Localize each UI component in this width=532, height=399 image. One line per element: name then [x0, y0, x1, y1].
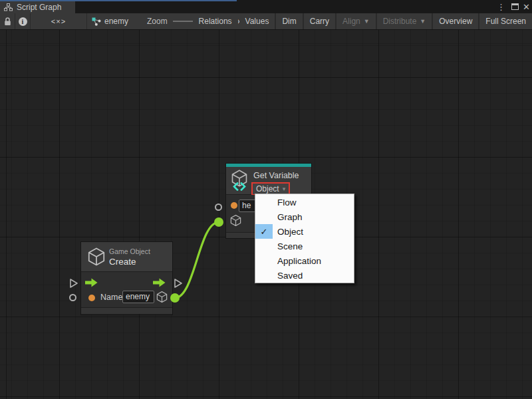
menu-item-saved[interactable]: Saved: [255, 268, 354, 283]
lock-button[interactable]: [0, 13, 15, 29]
flow-in-arrow-icon[interactable]: [85, 278, 98, 287]
full-screen-button[interactable]: Full Screen: [479, 13, 532, 29]
menu-item-scene[interactable]: Scene: [255, 239, 354, 253]
menu-item-flow[interactable]: Flow: [255, 195, 354, 209]
string-port-dot[interactable]: [231, 202, 237, 209]
tab-script-graph[interactable]: Script Graph: [0, 1, 75, 13]
check-cell: [255, 209, 273, 224]
zoom-label: Zoom: [147, 17, 168, 26]
name-port-label: Name: [100, 293, 122, 302]
code-icon: <×>: [51, 17, 66, 25]
cube-icon[interactable]: [156, 291, 168, 303]
check-cell: [255, 253, 273, 268]
align-button[interactable]: Align ▼: [336, 13, 376, 29]
info-icon: i: [19, 17, 27, 26]
dim-button[interactable]: Dim: [276, 13, 302, 29]
breadcrumb-graph-name[interactable]: enemy: [104, 17, 128, 26]
node-category: Game Object: [109, 247, 150, 255]
string-port-dot[interactable]: [88, 295, 95, 301]
cube-icon: [86, 247, 106, 267]
check-cell: [255, 195, 273, 209]
name-value-input[interactable]: enemy: [122, 291, 154, 303]
tab-title: Script Graph: [17, 3, 61, 12]
window-close-button[interactable]: ✕: [523, 0, 530, 13]
maximize-icon: [511, 3, 519, 10]
node-title: Get Variable: [253, 171, 299, 180]
chevron-down-icon: ▼: [420, 18, 426, 25]
lock-icon: [4, 17, 11, 26]
overview-button[interactable]: Overview: [433, 13, 478, 29]
relations-button[interactable]: Relations: [193, 13, 238, 29]
graph-toolbar: i <×> enemy Zoom 1x: [0, 13, 532, 30]
tab-strip: Script Graph ⋮ ✕: [0, 0, 532, 13]
menu-item-object[interactable]: ✓ Object: [255, 224, 354, 239]
variable-scope-menu: Flow Graph ✓ Object Scene Application Sa…: [255, 194, 354, 283]
create-game-object-node[interactable]: Game Object Create Name enemy: [80, 241, 173, 315]
menu-item-application[interactable]: Application: [255, 253, 354, 268]
window-menu-button[interactable]: ⋮: [497, 0, 505, 13]
carry-button[interactable]: Carry: [304, 13, 335, 29]
check-cell: [255, 239, 273, 253]
graph-tab-icon: [4, 3, 13, 11]
flow-out-arrow-icon[interactable]: [153, 278, 166, 287]
menu-item-graph[interactable]: Graph: [255, 209, 354, 224]
node-title: Create: [109, 257, 136, 267]
chevron-down-icon: ▾: [283, 186, 286, 192]
code-preview-button[interactable]: <×>: [31, 13, 86, 29]
cube-icon[interactable]: [229, 214, 242, 227]
variable-code-icon: [232, 182, 247, 191]
info-button[interactable]: i: [15, 13, 30, 29]
check-icon: ✓: [255, 224, 273, 239]
graph-breadcrumb-icon: [92, 17, 101, 26]
values-button[interactable]: Values: [239, 13, 275, 29]
window-maximize-button[interactable]: [511, 0, 519, 13]
create-name-port[interactable]: [69, 294, 76, 301]
script-graph-window: Script Graph ⋮ ✕ i <×>: [0, 0, 532, 399]
chevron-down-icon: ▼: [364, 18, 370, 25]
create-flow-in-port[interactable]: [69, 278, 78, 289]
create-flow-out-port[interactable]: [174, 278, 183, 289]
check-cell: [255, 268, 273, 283]
toolbar-buttons: Relations Values Dim Carry Align ▼ Distr…: [193, 13, 532, 29]
get-variable-name-port[interactable]: [215, 203, 222, 211]
distribute-button[interactable]: Distribute ▼: [377, 13, 432, 29]
